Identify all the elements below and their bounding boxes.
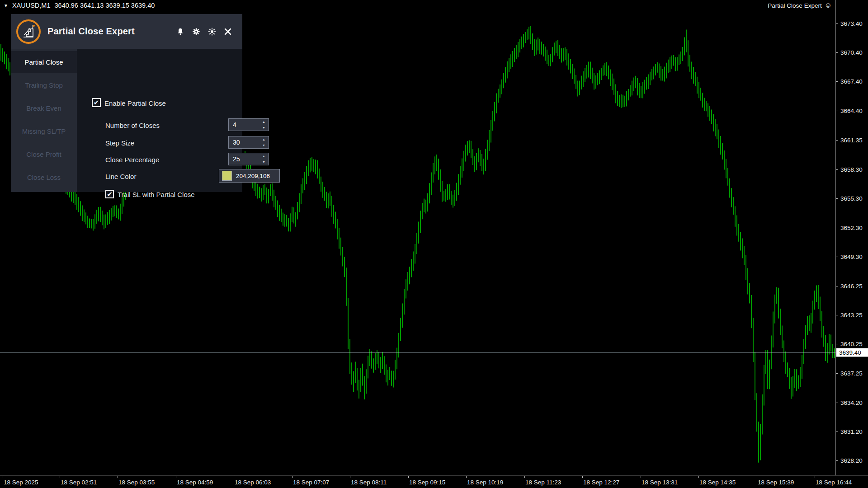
time-tick-label: 18 Sep 14:35 bbox=[699, 479, 736, 486]
spinner-label-0: Number of Closes bbox=[105, 122, 160, 129]
price-tick-mark bbox=[836, 52, 838, 53]
ea-badge-label: Partial Close Expert bbox=[768, 2, 821, 9]
time-tick-mark bbox=[815, 476, 815, 478]
spinner-up-button[interactable]: ▲ bbox=[259, 153, 269, 159]
spinner-down-button[interactable]: ▼ bbox=[259, 159, 269, 165]
sidebar-tab-partial-close[interactable]: Partial Close bbox=[11, 51, 77, 73]
price-tick-label: 3649.30 bbox=[840, 253, 863, 260]
price-tick-mark bbox=[836, 257, 838, 257]
spinner-value[interactable]: 25 bbox=[229, 153, 259, 165]
trail-sl-label: Trail SL with Partial Close bbox=[118, 191, 195, 198]
price-tick-mark bbox=[836, 460, 838, 461]
mt5-chart-window: ▼ XAUUSD,M1 3640.96 3641.13 3639.15 3639… bbox=[0, 0, 868, 488]
time-tick-mark bbox=[292, 476, 292, 478]
price-tick-mark bbox=[836, 432, 838, 432]
panel-form: ✔ Enable Partial Close Number of Closes4… bbox=[77, 49, 242, 192]
time-tick-mark bbox=[234, 476, 234, 478]
sidebar-tab-missing-sl-tp[interactable]: Missing SL/TP bbox=[11, 120, 77, 142]
bell-icon[interactable] bbox=[176, 27, 185, 36]
time-tick-label: 18 Sep 02:51 bbox=[61, 479, 97, 486]
time-tick-mark bbox=[118, 476, 118, 478]
time-tick-label: 18 Sep 04:59 bbox=[177, 479, 213, 486]
price-tick-mark bbox=[836, 344, 838, 344]
symbol-ohlc-readout: ▼ XAUUSD,M1 3640.96 3641.13 3639.15 3639… bbox=[4, 2, 155, 9]
sun-icon[interactable] bbox=[208, 27, 217, 36]
sidebar-tab-close-profit[interactable]: Close Profit bbox=[11, 143, 77, 165]
enable-partial-close-label: Enable Partial Close bbox=[104, 99, 166, 107]
time-tick-label: 18 Sep 16:44 bbox=[816, 479, 852, 486]
symbol-timeframe: XAUUSD,M1 bbox=[12, 2, 51, 9]
gear-icon[interactable] bbox=[192, 27, 201, 36]
line-color-field[interactable]: 204,209,106 bbox=[219, 169, 280, 183]
price-tick-mark bbox=[836, 286, 838, 286]
sidebar-tab-trailing-stop[interactable]: Trailing Stop bbox=[11, 74, 77, 96]
time-tick-label: 18 Sep 08:11 bbox=[351, 479, 387, 486]
line-color-swatch bbox=[222, 171, 232, 181]
close-icon[interactable] bbox=[223, 27, 232, 36]
spinner-down-button[interactable]: ▼ bbox=[259, 125, 269, 131]
ea-status-badge[interactable]: Partial Close Expert ☺ bbox=[768, 2, 832, 9]
price-tick-label: 3628.20 bbox=[840, 457, 863, 464]
price-tick-mark bbox=[836, 373, 838, 374]
price-tick-mark bbox=[836, 81, 838, 82]
spinner-up-button[interactable]: ▲ bbox=[259, 119, 269, 125]
spinner-value[interactable]: 30 bbox=[229, 136, 259, 148]
price-axis[interactable]: 3639.40 3673.403670.403667.403664.403661… bbox=[835, 0, 868, 476]
trail-sl-checkbox[interactable]: ✔ bbox=[105, 190, 114, 198]
price-tick-label: 3646.25 bbox=[840, 283, 863, 290]
close-percentage-input[interactable]: 25▲▼ bbox=[228, 153, 269, 165]
time-tick-label: 18 Sep 13:31 bbox=[642, 479, 678, 486]
price-tick-label: 3631.20 bbox=[840, 428, 863, 435]
time-tick-label: 18 Sep 07:07 bbox=[293, 479, 329, 486]
time-tick-label: 18 Sep 06:03 bbox=[235, 479, 271, 486]
price-tick-label: 3673.40 bbox=[840, 20, 863, 27]
price-tick-label: 3643.25 bbox=[840, 312, 863, 319]
time-tick-mark bbox=[524, 476, 525, 478]
price-tick-mark bbox=[836, 198, 838, 199]
price-tick-mark bbox=[836, 169, 838, 170]
time-tick-label: 18 Sep 12:27 bbox=[583, 479, 619, 486]
price-tick-mark bbox=[836, 23, 838, 24]
spinner-value[interactable]: 4 bbox=[229, 119, 259, 131]
spinner-down-button[interactable]: ▼ bbox=[259, 142, 269, 148]
line-color-label: Line Color bbox=[105, 173, 136, 180]
time-tick-mark bbox=[466, 476, 467, 478]
spinner-up-button[interactable]: ▲ bbox=[259, 136, 269, 142]
time-tick-mark bbox=[3, 476, 3, 478]
price-tick-mark bbox=[836, 315, 838, 315]
price-tick-label: 3661.35 bbox=[840, 136, 863, 143]
price-tick-label: 3667.40 bbox=[840, 78, 863, 85]
time-tick-mark bbox=[582, 476, 583, 478]
price-tick-mark bbox=[836, 228, 838, 228]
current-price-tag: 3639.40 bbox=[836, 348, 868, 357]
time-tick-label: 18 Sep 03:55 bbox=[118, 479, 155, 486]
step-size-input[interactable]: 30▲▼ bbox=[228, 136, 269, 149]
price-tick-label: 3652.30 bbox=[840, 224, 863, 231]
price-tick-label: 3640.25 bbox=[840, 341, 863, 347]
time-tick-mark bbox=[757, 476, 757, 478]
price-tick-mark bbox=[836, 111, 838, 111]
panel-title: Partial Close Expert bbox=[47, 26, 135, 37]
time-tick-mark bbox=[60, 476, 60, 478]
number-of-closes-input[interactable]: 4▲▼ bbox=[228, 118, 269, 131]
sidebar-tab-close-loss[interactable]: Close Loss bbox=[11, 166, 77, 188]
enable-partial-close-checkbox[interactable]: ✔ bbox=[92, 98, 101, 107]
panel-sidebar: Partial CloseTrailing StopBreak EvenMiss… bbox=[11, 49, 77, 192]
time-tick-mark bbox=[698, 476, 699, 478]
sidebar-tab-break-even[interactable]: Break Even bbox=[11, 97, 77, 119]
ohlc-values: 3640.96 3641.13 3639.15 3639.40 bbox=[55, 2, 155, 9]
panel-body: Partial CloseTrailing StopBreak EvenMiss… bbox=[11, 49, 242, 192]
spinner-label-2: Close Percentage bbox=[105, 156, 159, 164]
panel-header-icons bbox=[176, 27, 232, 36]
price-tick-label: 3655.30 bbox=[840, 195, 863, 202]
price-tick-label: 3664.40 bbox=[840, 107, 863, 114]
price-tick-mark bbox=[836, 140, 838, 141]
price-tick-label: 3637.25 bbox=[840, 370, 863, 376]
line-color-value: 204,209,106 bbox=[236, 173, 270, 179]
stairs-flag-logo bbox=[16, 19, 41, 44]
partial-close-expert-panel: Partial Close Expert bbox=[11, 14, 242, 192]
triangle-down-icon[interactable]: ▼ bbox=[4, 3, 8, 8]
panel-header: Partial Close Expert bbox=[11, 14, 242, 49]
time-tick-label: 18 Sep 10:19 bbox=[467, 479, 503, 486]
time-axis[interactable]: 18 Sep 202518 Sep 02:5118 Sep 03:5518 Se… bbox=[0, 475, 868, 488]
